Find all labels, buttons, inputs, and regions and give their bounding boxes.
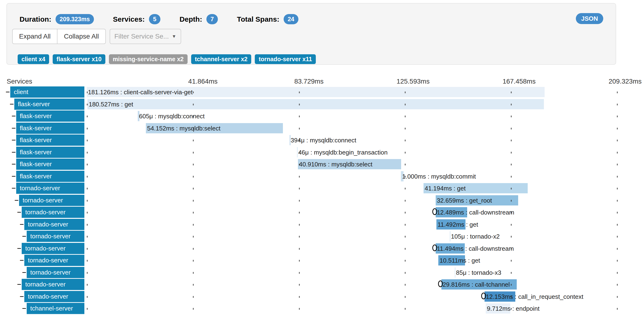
service-name-block[interactable]: tornado-server	[27, 231, 84, 242]
span-label: 105μ : tornado-x2	[451, 233, 500, 240]
service-name-block[interactable]: tornado-server	[24, 255, 84, 266]
span-duration-bar[interactable]	[146, 123, 283, 133]
trace-row[interactable]: –tornado-server85μ : tornado-x3	[0, 267, 644, 279]
collapse-row-icon[interactable]: –	[12, 135, 16, 144]
trace-row[interactable]: –tornado-server32.659ms : get_root	[0, 194, 644, 206]
trace-row[interactable]: –flask-server605μ : mysqldb:connect	[0, 110, 644, 122]
collapse-row-icon[interactable]: –	[17, 208, 21, 216]
service-badge[interactable]: tornado-server x11	[255, 54, 316, 64]
span-duration-bar[interactable]	[455, 267, 456, 278]
time-tick-dot	[299, 91, 300, 93]
service-name-block[interactable]: tornado-server	[22, 279, 84, 290]
span-duration-bar[interactable]	[88, 99, 544, 109]
collapse-row-icon[interactable]: –	[20, 292, 24, 301]
time-tick-dot	[193, 284, 194, 286]
collapse-row-icon[interactable]: –	[12, 184, 16, 192]
collapse-row-icon[interactable]: –	[12, 124, 16, 132]
service-badge[interactable]: client x4	[18, 54, 49, 64]
span-duration-bar[interactable]	[486, 303, 510, 314]
collapse-row-icon[interactable]: –	[10, 99, 14, 108]
service-badge[interactable]: missing-service-name x2	[109, 54, 187, 64]
span-duration-bar[interactable]	[436, 207, 467, 217]
expand-all-button[interactable]: Expand All	[12, 29, 57, 44]
trace-row[interactable]: –tornado-server11.494ms : call-downstrea…	[0, 242, 644, 255]
span-duration-bar[interactable]	[436, 195, 518, 206]
span-duration-bar[interactable]	[138, 111, 139, 121]
trace-row[interactable]: –tornado-server12.489ms : call-downstrea…	[0, 206, 644, 218]
span-duration-bar[interactable]	[401, 171, 404, 181]
time-tick-dot	[511, 115, 512, 117]
collapse-row-icon[interactable]: –	[20, 220, 24, 228]
service-name-block[interactable]: flask-server	[14, 99, 84, 110]
span-duration-bar[interactable]	[436, 219, 466, 230]
trace-row[interactable]: –tornado-server11.492ms : get	[0, 218, 644, 231]
service-name-block[interactable]: tornado-server	[16, 183, 84, 194]
trace-row[interactable]: –tornado-server12.153ms : call_in_reques…	[0, 291, 644, 303]
stat-total-spans: Total Spans: 24	[237, 14, 298, 24]
service-name-block[interactable]: tornado-server	[22, 243, 84, 254]
service-name-block[interactable]: flask-server	[16, 159, 84, 170]
span-duration-bar[interactable]	[298, 159, 401, 169]
trace-row[interactable]: –flask-server46μ : mysqldb:begin_transac…	[0, 146, 644, 158]
time-tick-dot	[511, 152, 512, 154]
service-name-block[interactable]: flask-server	[16, 135, 84, 146]
time-tick-dot	[193, 248, 194, 250]
time-tick-dot	[299, 128, 300, 130]
time-tick-dot	[87, 115, 88, 117]
service-name-block[interactable]: tornado-server	[19, 195, 84, 206]
span-duration-bar[interactable]	[442, 279, 517, 290]
trace-row[interactable]: –flask-server180.527ms : get	[0, 98, 644, 110]
time-tick-dot	[511, 224, 512, 226]
trace-row[interactable]: –flask-server40.910ms : mysqldb:select	[0, 158, 644, 170]
span-duration-bar[interactable]	[436, 243, 465, 254]
trace-row[interactable]: –tornado-server10.511ms : get	[0, 254, 644, 267]
trace-row[interactable]: –tornado-server41.194ms : get	[0, 182, 644, 194]
trace-row[interactable]: –client181.126ms : client-calls-server-v…	[0, 86, 644, 98]
collapse-row-icon[interactable]: –	[14, 196, 18, 204]
time-tick-dot	[299, 248, 300, 250]
filter-service-select[interactable]: Filter Service Se... ▼	[110, 29, 181, 44]
trace-row[interactable]: –flask-server1.000ms : mysqldb:commit	[0, 170, 644, 182]
span-duration-bar[interactable]	[290, 135, 290, 145]
span-duration-bar[interactable]	[450, 231, 450, 241]
span-duration-bar[interactable]	[424, 183, 528, 193]
service-name-block[interactable]: tornado-server	[24, 219, 84, 230]
service-name-block[interactable]: flask-server	[16, 123, 84, 134]
collapse-row-icon[interactable]: –	[22, 304, 26, 313]
service-name-block[interactable]: flask-server	[16, 147, 84, 158]
service-name-block[interactable]: client	[10, 86, 84, 98]
trace-row[interactable]: –tornado-server29.816ms : call-tchannel	[0, 278, 644, 291]
service-badge[interactable]: tchannel-server x2	[191, 54, 252, 64]
collapse-row-icon[interactable]: –	[17, 244, 21, 252]
trace-row[interactable]: –tchannel-server9.712ms : endpoint	[0, 302, 644, 315]
time-axis-label: 125.593ms	[396, 78, 430, 85]
span-duration-bar[interactable]	[87, 87, 544, 97]
span-duration-bar[interactable]	[438, 255, 465, 266]
service-name-block[interactable]: tchannel-server	[27, 303, 84, 314]
service-name-block[interactable]: tornado-server	[27, 267, 84, 278]
collapse-row-icon[interactable]: –	[20, 256, 24, 264]
collapse-row-icon[interactable]: –	[12, 160, 16, 168]
time-tick-dot	[87, 188, 88, 190]
collapse-row-icon[interactable]: –	[12, 172, 16, 180]
collapse-row-icon[interactable]: –	[17, 280, 21, 288]
service-badge[interactable]: flask-server x10	[53, 54, 105, 64]
collapse-all-button[interactable]: Collapse All	[57, 29, 106, 44]
service-name-block[interactable]: flask-server	[16, 110, 84, 122]
collapse-row-icon[interactable]: –	[22, 268, 26, 277]
collapse-row-icon[interactable]: –	[6, 87, 10, 96]
time-tick-dot	[299, 212, 300, 214]
time-axis-label: 167.458ms	[503, 78, 536, 85]
json-button[interactable]: JSON	[576, 13, 603, 24]
trace-row[interactable]: –flask-server394μ : mysqldb:connect	[0, 134, 644, 146]
collapse-row-icon[interactable]: –	[12, 148, 16, 156]
collapse-row-icon[interactable]: –	[22, 232, 26, 240]
span-duration-bar[interactable]	[297, 147, 298, 157]
time-tick-dot	[193, 91, 194, 93]
service-name-block[interactable]: tornado-server	[24, 291, 84, 302]
trace-row[interactable]: –tornado-server105μ : tornado-x2	[0, 230, 644, 242]
trace-row[interactable]: –flask-server54.152ms : mysqldb:select	[0, 122, 644, 134]
service-name-block[interactable]: flask-server	[16, 171, 84, 182]
service-name-block[interactable]: tornado-server	[22, 207, 84, 218]
collapse-row-icon[interactable]: –	[12, 111, 16, 120]
